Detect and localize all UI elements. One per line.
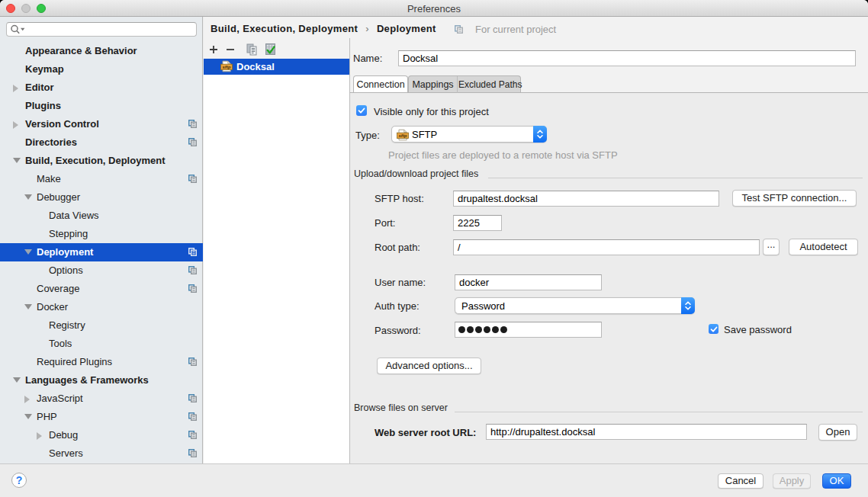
svg-text:sftp: sftp xyxy=(399,133,407,138)
